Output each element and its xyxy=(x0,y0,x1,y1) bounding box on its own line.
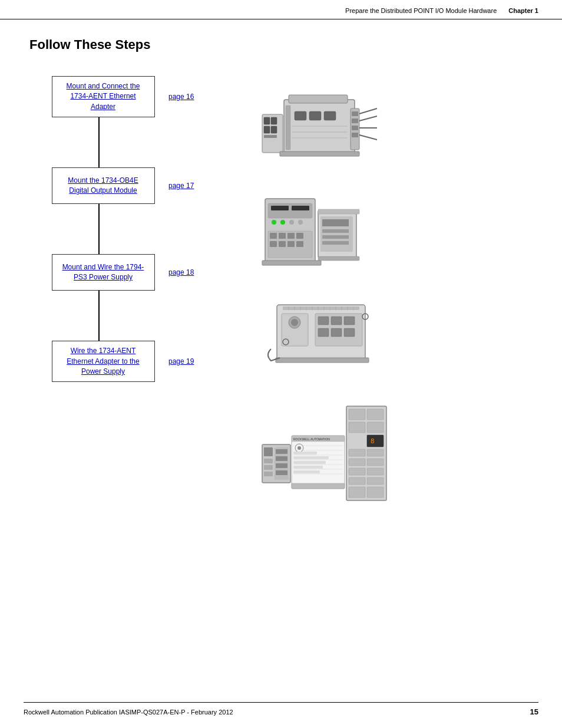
step3-page-link[interactable]: page 18 xyxy=(168,268,194,276)
svg-rect-121 xyxy=(276,463,287,468)
svg-line-21 xyxy=(359,108,377,114)
svg-rect-50 xyxy=(318,256,359,261)
svg-rect-110 xyxy=(293,466,323,469)
svg-rect-69 xyxy=(318,317,329,325)
svg-rect-88 xyxy=(367,459,384,466)
page-title: Follow These Steps xyxy=(29,37,533,52)
svg-rect-86 xyxy=(367,449,384,456)
footer-page-number: 15 xyxy=(530,707,538,716)
svg-rect-89 xyxy=(349,468,365,475)
connector-2 xyxy=(98,204,100,254)
svg-rect-4 xyxy=(271,126,277,133)
svg-point-106 xyxy=(297,446,301,450)
svg-rect-81 xyxy=(349,422,365,433)
svg-rect-6 xyxy=(284,100,355,156)
svg-rect-80 xyxy=(367,409,384,420)
svg-rect-94 xyxy=(367,487,384,498)
device-image-2 xyxy=(259,187,377,275)
svg-rect-74 xyxy=(344,328,355,337)
svg-rect-112 xyxy=(292,483,345,489)
header-chapter: Chapter 1 xyxy=(508,7,538,14)
step-row-4: Wire the 1734-AENT Ethernet Adapter to t… xyxy=(29,341,253,382)
device-image-4: 8 ROCKWELL AUTOMATION xyxy=(259,403,389,503)
footer-publication: Rockwell Automation Publication IASIMP-Q… xyxy=(24,709,233,716)
svg-rect-79 xyxy=(349,409,365,420)
step3-box-wrapper: Mount and Wire the 1794-PS3 Power Supply xyxy=(47,254,159,291)
svg-rect-107 xyxy=(293,452,317,454)
svg-rect-2 xyxy=(264,126,270,133)
images-column: 8 ROCKWELL AUTOMATION xyxy=(253,76,533,521)
svg-point-30 xyxy=(280,220,285,225)
svg-rect-19 xyxy=(352,126,358,130)
svg-rect-1 xyxy=(264,117,270,124)
svg-rect-85 xyxy=(349,449,365,456)
image-step3 xyxy=(259,282,533,386)
svg-rect-17 xyxy=(352,111,358,116)
svg-rect-18 xyxy=(352,118,358,123)
svg-line-24 xyxy=(359,135,377,140)
page-footer: Rockwell Automation Publication IASIMP-Q… xyxy=(24,702,538,716)
svg-rect-122 xyxy=(276,470,287,475)
step-row-3: Mount and Wire the 1794-PS3 Power Supply… xyxy=(29,254,253,291)
svg-rect-42 xyxy=(262,261,321,265)
step-row-1: Mount and Connect the 1734-AENT Ethernet… xyxy=(29,76,253,117)
svg-rect-92 xyxy=(367,477,384,485)
svg-rect-9 xyxy=(295,111,306,120)
svg-rect-111 xyxy=(293,470,320,473)
svg-rect-109 xyxy=(293,461,326,464)
step1-page-link[interactable]: page 16 xyxy=(168,93,194,101)
svg-rect-10 xyxy=(309,111,321,120)
svg-rect-87 xyxy=(349,459,365,466)
image-step2 xyxy=(259,179,533,282)
svg-line-22 xyxy=(359,116,377,121)
svg-text:ROCKWELL AUTOMATION: ROCKWELL AUTOMATION xyxy=(293,437,330,441)
svg-rect-117 xyxy=(264,472,273,476)
svg-rect-120 xyxy=(276,456,287,461)
step1-page-ref: page 16 xyxy=(168,93,194,101)
svg-rect-12 xyxy=(280,151,359,156)
svg-point-32 xyxy=(298,220,303,225)
step3-page-ref: page 18 xyxy=(168,268,194,276)
step3-box: Mount and Wire the 1794-PS3 Power Supply xyxy=(52,254,155,291)
svg-rect-83 xyxy=(367,435,384,447)
svg-rect-7 xyxy=(289,95,348,103)
svg-rect-115 xyxy=(264,459,273,463)
svg-rect-38 xyxy=(270,241,277,247)
step4-box-wrapper: Wire the 1734-AENT Ethernet Adapter to t… xyxy=(47,341,159,382)
image-step4: 8 ROCKWELL AUTOMATION xyxy=(259,386,533,521)
svg-rect-40 xyxy=(287,241,295,247)
step4-page-ref: page 19 xyxy=(168,357,194,365)
step2-link[interactable]: Mount the 1734-OB4E Digital Output Modul… xyxy=(58,176,148,196)
flowchart-column: Mount and Connect the 1734-AENT Ethernet… xyxy=(29,76,253,521)
step4-box: Wire the 1734-AENT Ethernet Adapter to t… xyxy=(52,341,155,382)
svg-point-29 xyxy=(272,220,276,225)
svg-rect-52 xyxy=(283,307,359,310)
svg-rect-36 xyxy=(287,233,295,239)
step3-link[interactable]: Mount and Wire the 1794-PS3 Power Supply xyxy=(58,262,148,283)
svg-rect-3 xyxy=(271,117,277,124)
header-section-title: Prepare the Distributed POINT I/O Module… xyxy=(345,7,497,14)
svg-text:8: 8 xyxy=(371,437,375,445)
step-row-2: Mount the 1734-OB4E Digital Output Modul… xyxy=(29,167,253,204)
svg-rect-26 xyxy=(268,203,312,218)
svg-rect-35 xyxy=(279,233,286,239)
svg-rect-108 xyxy=(293,456,329,459)
step4-page-link[interactable]: page 19 xyxy=(168,357,194,365)
step2-page-ref: page 17 xyxy=(168,182,194,190)
steps-flow: Mount and Connect the 1734-AENT Ethernet… xyxy=(29,76,533,521)
step2-page-link[interactable]: page 17 xyxy=(168,182,194,190)
svg-rect-119 xyxy=(276,449,287,454)
svg-rect-27 xyxy=(271,206,289,210)
step1-link[interactable]: Mount and Connect the 1734-AENT Ethernet… xyxy=(58,81,148,112)
svg-rect-48 xyxy=(322,235,349,239)
svg-rect-82 xyxy=(367,422,384,433)
svg-rect-39 xyxy=(279,241,286,247)
svg-rect-47 xyxy=(322,229,349,233)
svg-rect-37 xyxy=(296,233,303,239)
page-header: Prepare the Distributed POINT I/O Module… xyxy=(0,0,562,19)
step2-box: Mount the 1734-OB4E Digital Output Modul… xyxy=(52,167,155,204)
device-image-3 xyxy=(259,290,383,378)
svg-rect-71 xyxy=(344,317,355,325)
connector-1 xyxy=(98,117,100,167)
step4-link[interactable]: Wire the 1734-AENT Ethernet Adapter to t… xyxy=(58,346,148,377)
